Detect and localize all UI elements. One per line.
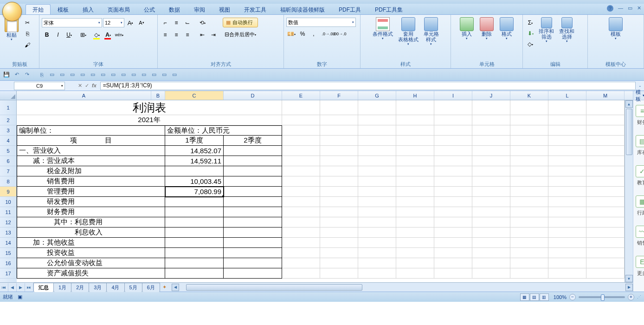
row-header-3[interactable]: 3 bbox=[0, 125, 17, 136]
increase-indent-button[interactable]: ⇥ bbox=[208, 30, 219, 40]
cell-G16[interactable] bbox=[358, 258, 396, 268]
cell-L7[interactable] bbox=[548, 166, 586, 176]
cell-E17[interactable] bbox=[282, 268, 320, 279]
zoom-slider[interactable] bbox=[579, 296, 625, 298]
col-header-D[interactable]: D bbox=[224, 91, 282, 100]
cell-L17[interactable] bbox=[548, 268, 586, 279]
phonetic-button[interactable]: wén▾ bbox=[114, 30, 124, 40]
sidepanel-item-1[interactable]: ▤库存 bbox=[633, 130, 644, 161]
zoom-level[interactable]: 100% bbox=[554, 294, 567, 300]
select-all-corner[interactable] bbox=[0, 91, 17, 100]
hscroll-thumb[interactable] bbox=[186, 284, 362, 291]
conditional-format-button[interactable]: 条件格式▾ bbox=[371, 16, 395, 41]
cell-C15[interactable] bbox=[165, 248, 224, 258]
sheet-tab-1月[interactable]: 1月 bbox=[53, 283, 71, 292]
scroll-down-icon[interactable]: ▼ bbox=[625, 275, 633, 282]
cell-L13[interactable] bbox=[548, 228, 586, 238]
cell-G2[interactable] bbox=[358, 115, 396, 125]
cell-M6[interactable] bbox=[586, 156, 625, 166]
cell-K3[interactable] bbox=[510, 125, 548, 136]
cell-M5[interactable] bbox=[586, 146, 625, 156]
cell-A1[interactable]: 利润表 bbox=[17, 100, 282, 115]
cell-M14[interactable] bbox=[586, 238, 625, 248]
cell-E8[interactable] bbox=[282, 176, 320, 187]
scroll-up-icon[interactable]: ▲ bbox=[625, 100, 633, 108]
cell-I14[interactable] bbox=[434, 238, 472, 248]
row-header-1[interactable]: 1 bbox=[0, 100, 17, 115]
insert-cells-button[interactable]: 插入▾ bbox=[457, 16, 476, 41]
delete-cells-button[interactable]: 删除▾ bbox=[477, 16, 496, 41]
cell-C5[interactable]: 14,852.07 bbox=[165, 146, 224, 156]
cell-D5[interactable] bbox=[224, 146, 282, 156]
vertical-scrollbar[interactable]: ▲ ▼ bbox=[625, 100, 633, 282]
cell-M3[interactable] bbox=[586, 125, 625, 136]
cell-F7[interactable] bbox=[320, 166, 358, 176]
col-header-H[interactable]: H bbox=[396, 91, 434, 100]
cell-J3[interactable] bbox=[472, 125, 510, 136]
cell-D17[interactable] bbox=[224, 268, 282, 279]
merge-center-button[interactable]: ⊟ 合并后居中 ▾ bbox=[223, 29, 258, 39]
cell-J6[interactable] bbox=[472, 156, 510, 166]
number-format-combo[interactable]: 数值▾ bbox=[286, 18, 356, 27]
cell-K14[interactable] bbox=[510, 238, 548, 248]
sheet-nav-first-icon[interactable]: ⏮ bbox=[0, 283, 8, 292]
office-button[interactable] bbox=[2, 2, 22, 21]
cell-L10[interactable] bbox=[548, 197, 586, 207]
sheet-nav-last-icon[interactable]: ⏭ bbox=[25, 283, 33, 292]
cell-M11[interactable] bbox=[586, 207, 625, 217]
close-icon[interactable]: ✕ bbox=[637, 5, 641, 12]
fx-icon[interactable]: fx bbox=[92, 83, 97, 89]
cell-C4[interactable]: 1季度 bbox=[165, 136, 224, 146]
cell-F13[interactable] bbox=[320, 228, 358, 238]
cell-G7[interactable] bbox=[358, 166, 396, 176]
status-resize-icon[interactable]: ⋰ bbox=[637, 295, 641, 299]
cell-J9[interactable] bbox=[472, 187, 510, 197]
ribbon-tab-6[interactable]: 审阅 bbox=[187, 4, 212, 14]
view-pagebreak-icon[interactable]: ▥ bbox=[540, 293, 549, 301]
cell-E5[interactable] bbox=[282, 146, 320, 156]
cell-J1[interactable] bbox=[472, 100, 510, 115]
row-header-10[interactable]: 10 bbox=[0, 197, 17, 207]
new-sheet-icon[interactable]: ✦ bbox=[160, 284, 169, 290]
cell-styles-button[interactable]: 单元格 样式▾ bbox=[422, 16, 441, 47]
comma-button[interactable]: , bbox=[309, 29, 319, 39]
qat-btn-17[interactable]: ▭ bbox=[170, 71, 179, 79]
cell-H11[interactable] bbox=[396, 207, 434, 217]
cell-A12[interactable]: 其中：利息费用 bbox=[17, 217, 165, 228]
ribbon-tab-9[interactable]: 福昕阅读器领鲜版 bbox=[273, 4, 332, 14]
scroll-left-icon[interactable]: ◀ bbox=[172, 284, 179, 291]
col-header-K[interactable]: K bbox=[510, 91, 548, 100]
row-header-8[interactable]: 8 bbox=[0, 176, 17, 187]
cell-L15[interactable] bbox=[548, 248, 586, 258]
format-cells-button[interactable]: 格式▾ bbox=[497, 16, 516, 41]
row-header-14[interactable]: 14 bbox=[0, 238, 17, 248]
cell-K9[interactable] bbox=[510, 187, 548, 197]
cell-E1[interactable] bbox=[282, 100, 320, 115]
cell-D11[interactable] bbox=[224, 207, 282, 217]
qat-save-button[interactable]: 💾 bbox=[2, 71, 11, 79]
col-header-M[interactable]: M bbox=[586, 91, 625, 100]
cell-D16[interactable] bbox=[224, 258, 282, 268]
cell-L1[interactable] bbox=[548, 100, 586, 115]
help-icon[interactable]: ? bbox=[607, 5, 613, 12]
fill-button[interactable]: ⬇▾ bbox=[525, 28, 535, 39]
sheet-nav-prev-icon[interactable]: ◀ bbox=[8, 283, 17, 292]
cell-J12[interactable] bbox=[472, 217, 510, 228]
sidepanel-item-3[interactable]: ▦行政 bbox=[633, 191, 644, 221]
sort-filter-button[interactable]: 排序和 筛选▾ bbox=[537, 16, 556, 44]
col-header-G[interactable]: G bbox=[358, 91, 396, 100]
cell-I6[interactable] bbox=[434, 156, 472, 166]
cell-C7[interactable] bbox=[165, 166, 224, 176]
cell-I1[interactable] bbox=[434, 100, 472, 115]
cell-K4[interactable] bbox=[510, 136, 548, 146]
cell-M2[interactable] bbox=[586, 115, 625, 125]
qat-btn-14[interactable]: ▭ bbox=[140, 71, 148, 79]
cell-D4[interactable]: 2季度 bbox=[224, 136, 282, 146]
row-header-15[interactable]: 15 bbox=[0, 248, 17, 258]
cell-F15[interactable] bbox=[320, 248, 358, 258]
sidepanel-item-4[interactable]: 〰销售 bbox=[633, 221, 644, 251]
cell-G11[interactable] bbox=[358, 207, 396, 217]
cell-C8[interactable]: 10,003.45 bbox=[165, 176, 224, 187]
cell-F10[interactable] bbox=[320, 197, 358, 207]
cell-G8[interactable] bbox=[358, 176, 396, 187]
